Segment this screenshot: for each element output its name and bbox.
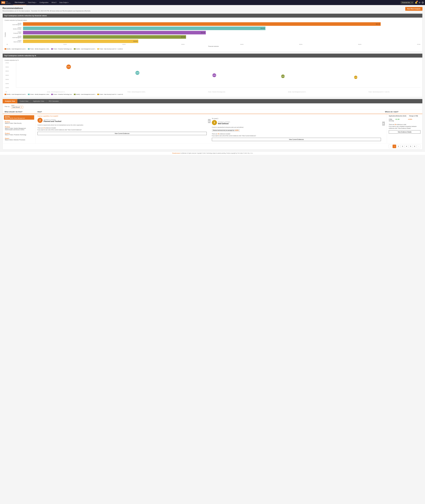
bar-chart-rows: Identify -Asset Manageme... $615.5K Prot… <box>7 22 420 43</box>
legend-item: Identify - Asset Management (Level 2... <box>5 48 27 50</box>
arrow-button-2[interactable]: ▶ <box>382 122 385 126</box>
notification-btn[interactable]: 🔔 1 <box>415 1 417 4</box>
logo: RQ RiskQuantifier <box>1 1 11 4</box>
view-evidences-l2-button[interactable]: View Current Evidences <box>38 132 207 135</box>
legend-label: Protect - Identity Management, Authe... <box>30 48 50 50</box>
level2-info: Technical Control Planned and Tracked <box>44 119 61 122</box>
legend-label: Protect - Data Security (Level 3.0 -> Le… <box>100 48 123 50</box>
legend-color <box>97 94 99 95</box>
analysis-grid: Identify Mature Identify: Asset Manageme… <box>3 114 422 143</box>
bar-value: $615.5K <box>376 23 380 25</box>
bubble: 3.26% <box>135 71 139 75</box>
logo-rq: RQ <box>1 1 5 4</box>
bar-row: Protect -Data Security (... $194.8K <box>7 39 420 43</box>
total-evidences: There are 59 evidences in total If you w… <box>389 124 420 129</box>
bubble: 1.97% <box>281 75 285 78</box>
footer-text: Confidential. All rights reserved. Copyr… <box>180 153 253 154</box>
legend-color <box>28 94 30 95</box>
pagination-page-6[interactable]: 6 <box>413 145 416 148</box>
arrow-right-2: ▶ <box>382 118 385 126</box>
bubble: 4.52% <box>66 65 71 69</box>
page-header-text: Recommendations Recommendations are for … <box>3 7 91 12</box>
bar-chart-area: Identify -Asset Manageme... $615.5K Prot… <box>7 22 420 47</box>
bar-fill: $194.8K <box>23 39 138 43</box>
level3-badge: 3 <box>212 120 217 125</box>
pagination-page-4[interactable]: 4 <box>405 145 408 148</box>
legend-item: Protect - Identity Management, Authe... <box>28 94 50 95</box>
chevron-down-icon: ▾ <box>412 2 412 3</box>
tab-roi-calculator[interactable]: ROI Calculator <box>46 99 61 103</box>
bubble: 2.56% <box>212 73 216 77</box>
legend-label: Protect - Protective Technology (Lev... <box>53 94 73 95</box>
left-item-protect-pt[interactable]: Protect Mature Protect: Protective Techn… <box>4 132 34 136</box>
bar-fill: $279.9K <box>23 35 186 39</box>
apps-header: Applications Reduction (ALE) Change in P… <box>389 115 420 117</box>
chevron-down-icon: ▾ <box>36 2 36 3</box>
nav-third-party[interactable]: Third Party ▾ <box>26 0 38 5</box>
pagination-next[interactable]: › <box>417 145 420 148</box>
navbar: RQ RiskQuantifier Risk Analysis ▾ Third … <box>0 0 425 5</box>
chart-percentage: Top 5 enterprise controls reduction by %… <box>3 53 422 97</box>
left-item-identify-am[interactable]: Identify Mature Identify: Asset Manageme… <box>4 115 34 120</box>
legend-item: Identify - Asset Management (Level 3... <box>74 94 96 95</box>
bar-outer: $414.5K <box>23 26 420 30</box>
bar-outer: $194.8K <box>23 39 420 43</box>
view-evidence-details-button[interactable]: View Evidence Details <box>389 130 420 134</box>
pagination-page-5[interactable]: 5 <box>409 145 412 148</box>
legend-color <box>5 48 6 50</box>
legend-item: Protect - Identity Management, Authe... <box>28 48 50 50</box>
pagination: ‹ 1 2 3 4 5 6 › <box>3 143 422 149</box>
tab-control-view[interactable]: Control View <box>18 99 31 103</box>
filter-select[interactable]: Data Breach ▼ <box>11 106 23 108</box>
nav-what-if[interactable]: What If <box>50 0 58 5</box>
tab-analysis-view[interactable]: Analysis View <box>3 99 18 103</box>
pagination-page-2[interactable]: 2 <box>397 145 400 148</box>
level3-desc: Control is standardized enterprise-wide … <box>212 127 381 128</box>
bar-row: Identify -Asset Manageme... $615.5K <box>7 22 420 26</box>
settings-btn[interactable]: ⚙ <box>419 1 420 4</box>
level3-info: Technical Control Well Defined <box>218 121 230 125</box>
legend-color <box>51 94 53 95</box>
view-evidences-l3-button[interactable]: View Current Evidences <box>212 138 381 141</box>
pagination-page-3[interactable]: 3 <box>401 145 404 148</box>
legend-label: Identify - Asset Management (Level 3... <box>76 48 96 50</box>
filter-row: Filter by: Attack Data Breach ▼ <box>3 103 422 110</box>
chart2-header: Top 5 enterprise controls reduction by % <box>3 54 422 58</box>
improve-label: Improve capabilities from Level 2 <box>38 115 385 117</box>
main-content: Recommendations Recommendations are for … <box>0 5 425 151</box>
legend-label: Protect - Data Security (Level 3.0 -> Le… <box>100 94 123 95</box>
tabs-section: Analysis View Control View Application V… <box>3 99 422 149</box>
nav-risk-analysis[interactable]: Risk Analysis ▾ <box>13 0 26 5</box>
legend-item: Identify - Asset Management (Level 3... <box>74 48 96 50</box>
left-item-detect-dp[interactable]: Detect Mature Detect: Detection Processe… <box>4 137 34 141</box>
bar-fill: $414.5K <box>23 26 266 30</box>
financial-dropdown[interactable]: Financial Ser... ▾ <box>401 1 414 4</box>
bar-label: Protect -Data Security (... <box>7 40 23 43</box>
left-item-protect-ds[interactable]: Protect Mature Protect: Data Security <box>4 120 34 125</box>
bar-label: Protect -Identity Manage... <box>7 27 23 30</box>
nav-configuration[interactable]: Configuration <box>38 0 50 5</box>
arrow-button[interactable]: ▶ <box>208 119 211 123</box>
pagination-prev[interactable]: ‹ <box>389 145 392 148</box>
bubble: 1.67% <box>354 76 357 79</box>
x-axis-label: Financial reduction <box>7 46 420 47</box>
tab-application-view[interactable]: Application View <box>31 99 46 103</box>
bar-row: Protect -Protective Tech... $313.3K <box>7 31 420 34</box>
bar-value: $194.8K <box>133 41 138 42</box>
run-risk-analysis-button[interactable]: Run Risk Analysis <box>405 7 422 11</box>
footer: ThreatConnect Confidential. All rights r… <box>0 151 425 155</box>
bar-chart-wrapper: Controls Identify -Asset Manageme... $61… <box>5 22 420 47</box>
chart1-body: Control reduction by financial values Co… <box>3 18 422 52</box>
chart-financial-values: Top 5 enterprise controls reduction by f… <box>3 13 422 52</box>
left-item-protect-im[interactable]: Protect Mature Protect: Identity Managem… <box>4 125 34 131</box>
pagination-page-1[interactable]: 1 <box>392 145 396 148</box>
power-btn[interactable]: ⏻ <box>422 1 424 4</box>
legend-color <box>51 48 53 50</box>
nav-data-output[interactable]: Data Output ▾ <box>58 0 70 5</box>
page-title: Recommendations <box>3 7 91 10</box>
legend-color <box>5 94 6 95</box>
y-axis-labels: $700K $600K $500K $400K $300K $200K $100… <box>6 62 9 92</box>
nav-items: Risk Analysis ▾ Third Party ▾ Configurat… <box>13 0 401 5</box>
level2-box: 2 Technical Control Planned and Tracked … <box>38 118 207 135</box>
bar-row: Identify -Asset Manageme... $279.9K <box>7 35 420 39</box>
